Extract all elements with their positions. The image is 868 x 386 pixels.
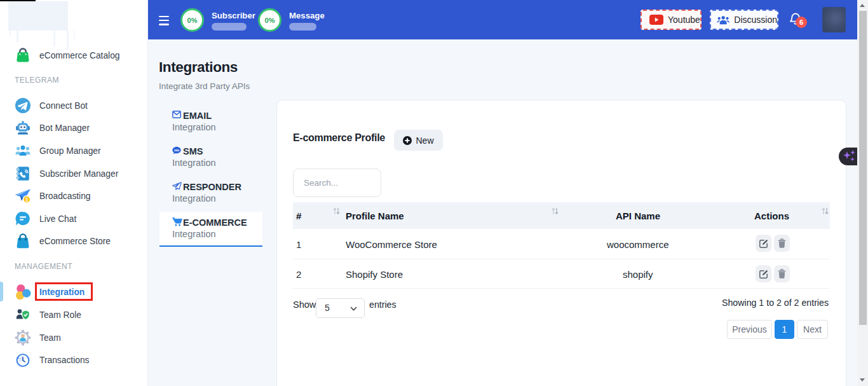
svg-text:1: 1 — [25, 196, 29, 203]
svg-text:SMS: SMS — [174, 149, 180, 152]
